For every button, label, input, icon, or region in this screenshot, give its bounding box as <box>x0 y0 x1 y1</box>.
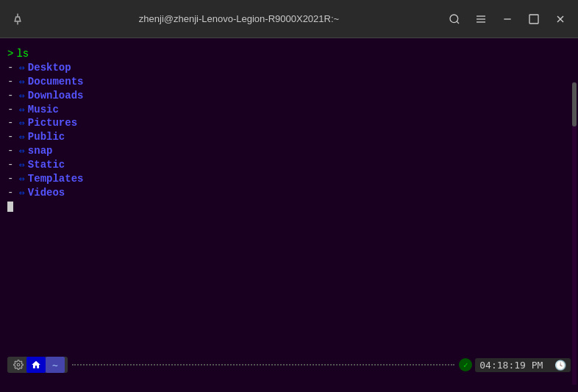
dir-name: Documents <box>28 75 84 89</box>
svg-point-0 <box>450 15 458 23</box>
link-icon: ⇔ <box>19 62 25 75</box>
dir-name: Videos <box>28 186 65 200</box>
list-item: - ⇔ Public <box>7 130 571 144</box>
dash-char: - <box>7 172 18 186</box>
dash-char: - <box>7 103 18 117</box>
command-text: ls <box>16 47 29 61</box>
dash-char: - <box>7 89 18 103</box>
cursor-line <box>7 202 571 212</box>
link-icon: ⇔ <box>19 104 25 117</box>
title-text: zhenji@zhenji-Lenovo-Legion-R9000X2021R:… <box>139 13 339 24</box>
link-icon: ⇔ <box>19 90 25 103</box>
menu-button[interactable] <box>469 7 493 31</box>
link-icon: ⇔ <box>19 159 25 172</box>
dash-char: - <box>7 130 18 144</box>
dir-name: Static <box>28 158 65 172</box>
link-icon: ⇔ <box>19 76 25 89</box>
dash-char: - <box>7 144 18 158</box>
gear-icon-box <box>10 357 26 373</box>
statusbar-right: ✓ 04:18:19 PM 🕓 <box>459 358 571 372</box>
dash-char: - <box>7 186 18 200</box>
svg-line-1 <box>457 21 459 24</box>
dir-name: Pictures <box>28 116 77 130</box>
time-display: 04:18:19 PM 🕓 <box>475 358 571 372</box>
dir-name: snap <box>28 144 53 158</box>
tilde-text: ~ <box>52 360 58 371</box>
list-item: - ⇔ Templates <box>7 172 571 186</box>
minimize-button[interactable] <box>496 7 519 31</box>
dash-char: - <box>7 158 18 172</box>
close-button[interactable] <box>549 7 572 31</box>
command-line: > ls <box>7 47 571 61</box>
dir-name: Templates <box>28 172 84 186</box>
list-item: - ⇔ Pictures <box>7 116 571 130</box>
list-item: - ⇔ Desktop <box>7 61 571 75</box>
terminal-content: > ls - ⇔ Desktop - ⇔ Documents - ⇔ Downl… <box>7 44 571 212</box>
svg-point-9 <box>17 363 20 366</box>
maximize-button[interactable] <box>522 7 546 31</box>
link-icon: ⇔ <box>19 173 25 186</box>
cursor-block <box>7 202 13 212</box>
window-controls <box>443 7 572 31</box>
home-icon-box <box>26 357 46 373</box>
time-text: 04:18:19 PM <box>479 360 543 371</box>
dir-name: Music <box>28 103 59 117</box>
ls-output: - ⇔ Desktop - ⇔ Documents - ⇔ Downloads … <box>7 61 571 200</box>
home-icon <box>31 360 41 370</box>
tilde-box: ~ <box>46 357 65 373</box>
terminal-body[interactable]: > ls - ⇔ Desktop - ⇔ Documents - ⇔ Downl… <box>0 38 578 392</box>
link-icon: ⇔ <box>19 131 25 144</box>
status-check-icon: ✓ <box>459 358 472 371</box>
dash-char: - <box>7 116 18 130</box>
dash-char: - <box>7 75 18 89</box>
dir-name: Downloads <box>28 89 84 103</box>
scrollbar[interactable] <box>572 82 577 385</box>
link-icon: ⇔ <box>19 117 25 130</box>
gear-icon <box>13 360 24 370</box>
statusbar-left: ~ <box>7 357 68 373</box>
list-item: - ⇔ Music <box>7 103 571 117</box>
list-item: - ⇔ Documents <box>7 75 571 89</box>
scrollbar-thumb[interactable] <box>572 82 577 126</box>
dash-char: - <box>7 61 18 75</box>
search-button[interactable] <box>443 7 466 31</box>
link-icon: ⇔ <box>19 145 25 158</box>
pin-button[interactable] <box>6 7 29 31</box>
dir-name: Desktop <box>28 61 71 75</box>
link-icon: ⇔ <box>19 187 25 200</box>
list-item: - ⇔ Videos <box>7 186 571 200</box>
window-title: zhenji@zhenji-Lenovo-Legion-R9000X2021R:… <box>35 13 443 24</box>
svg-rect-6 <box>529 15 538 24</box>
list-item: - ⇔ Downloads <box>7 89 571 103</box>
list-item: - ⇔ Static <box>7 158 571 172</box>
dir-name: Public <box>28 130 65 144</box>
prompt-symbol: > <box>7 47 13 61</box>
titlebar: zhenji@zhenji-Lenovo-Legion-R9000X2021R:… <box>0 0 578 38</box>
dotted-separator <box>72 364 454 366</box>
list-item: - ⇔ snap <box>7 144 571 158</box>
statusbar: ~ ✓ 04:18:19 PM 🕓 <box>7 355 571 374</box>
